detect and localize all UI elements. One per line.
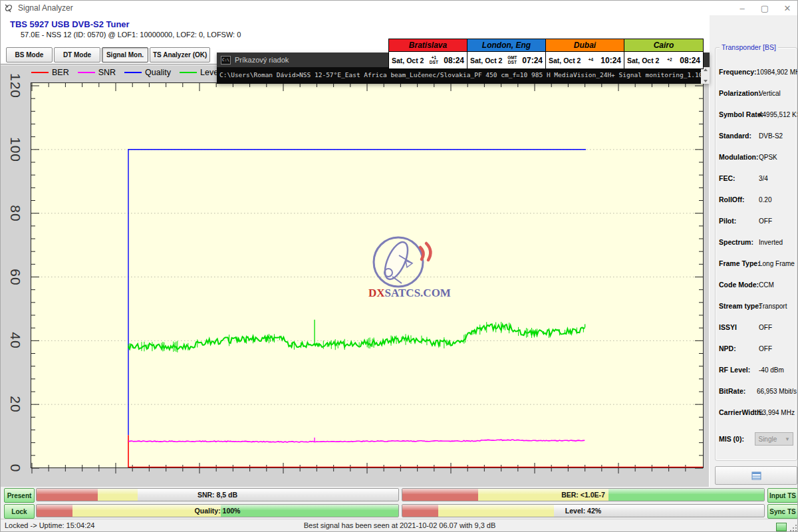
signal-indicator [776,523,787,531]
field-value: 66,953 Mbit/s [757,388,797,395]
transponder-row: Stream type: Transport [716,295,797,317]
title-bar[interactable]: Signal Analyzer – ▢ ✕ [1,1,798,15]
clock-time: 08:24 [680,56,700,65]
present-button[interactable]: Present [4,488,35,503]
lock-uptime-status: Locked -> Uptime: 15:04:24 [5,521,94,529]
snr-bar: SNR: 8,5 dB [36,488,399,501]
bar-label: SNR: 8,5 dB [37,489,398,501]
table-icon [751,471,761,480]
clock-cell: London, Eng Sat, Oct 2 GMTDST 07:24 [467,39,546,68]
field-label: CarrierWidth: [719,408,759,416]
field-label: Stream type: [719,302,759,310]
input-ts-button[interactable]: Input TS [767,488,798,503]
transponder-title: Transponder [BS] [720,43,778,51]
transponder-row: RollOff: 0.20 [716,189,797,210]
clock-cell: Dubai Sat, Oct 2 +4 10:24 [546,39,624,68]
transponder-row: Frame Type: Long Frame [716,253,797,274]
transponder-row: FEC: 3/4 [716,168,797,189]
signal-monitor-chart: BER SNR Quality Level [1,64,709,487]
clock-city: Dubai [546,39,624,52]
y-tick-label: 60 [7,269,23,285]
mode-button[interactable]: Signal Mon. [102,47,148,63]
resize-grip[interactable] [789,524,797,532]
y-tick-label: 120 [7,73,23,98]
cmd-scrollbar[interactable] [701,67,710,84]
y-tick-label: 20 [7,396,23,412]
app-icon [4,3,14,13]
field-label: Standard: [719,132,759,140]
transponder-row: Spectrum: Inverted [716,231,797,253]
transponder-row: Polarization: Vertical [716,82,797,104]
quality-bar: Quality: 100% [36,504,399,517]
transponder-row: ISSYI OFF [716,317,797,338]
field-value: CCM [759,281,774,289]
mis-select[interactable]: Single ▼ [755,432,793,446]
clock-date: Sat, Oct 2 [627,57,659,65]
clock-cell: Bratislava Sat, Oct 2 +1DST 08:24 [389,39,467,68]
clock-date: Sat, Oct 2 [549,57,581,65]
chart-canvas [31,82,704,468]
legend-item: SNR [78,68,116,77]
clock-city: London, Eng [467,39,545,52]
close-button[interactable]: ✕ [776,1,798,15]
transponder-groupbox: Transponder [BS] Frequency: 10984,902 MH… [715,47,797,461]
field-value: OFF [759,217,772,225]
field-value: Vertical [759,90,781,97]
chart-legend: BER SNR Quality Level [31,67,229,78]
mode-button[interactable]: BS Mode [6,47,53,63]
legend-swatch [180,72,197,73]
level-bar: Level: 42% [402,504,765,517]
transponder-row: Pilot: OFF [716,210,797,231]
transponder-row: RF Level: -40 dBm [716,359,797,380]
lock-button[interactable]: Lock [4,504,35,519]
transponder-sidebar: Transponder [BS] Frequency: 10984,902 MH… [710,15,798,487]
legend-swatch [31,72,49,73]
transponder-row: Code Mode: CCM [716,274,797,295]
legend-item: Quality [124,68,171,77]
mode-toolbar: BS ModeDT ModeSignal Mon.TS Analyzer (OK… [6,47,211,63]
field-value: 53,994 MHz [759,409,795,416]
best-signal-status: Best signal has been seen at 2021-10-02 … [267,521,533,529]
field-label: Polarization: [719,89,759,97]
y-tick-label: 0 [7,464,23,473]
field-value: -40 dBm [759,366,784,374]
mode-button[interactable]: TS Analyzer (OK) [150,47,210,63]
tuning-info: 57.0E - NSS 12 (ID: 0570) @ LOF1: 100000… [21,31,241,39]
field-label: BitRate: [719,387,757,395]
transponder-row: Symbol Rate: 44995,512 KS/s [716,104,797,125]
y-tick-label: 40 [7,332,23,349]
ts-list-button[interactable] [715,466,797,485]
field-label: NPD: [719,344,759,352]
maximize-button[interactable]: ▢ [753,1,776,15]
field-label: RollOff: [719,196,759,203]
field-value: QPSK [759,154,777,161]
field-label: Modulation: [719,153,759,161]
clock-date: Sat, Oct 2 [392,57,424,65]
minimize-button[interactable]: – [731,1,753,15]
field-label: Pilot: [719,217,759,225]
field-value: 3/4 [759,175,768,182]
legend-label: BER [52,68,69,77]
bar-label: Level: 42% [402,505,764,517]
field-value: 10984,902 MHz [757,68,798,76]
field-label: Code Mode: [719,281,759,289]
sync-ts-button[interactable]: Sync TS [767,504,798,519]
field-label: Frequency: [719,68,757,76]
mode-button[interactable]: DT Mode [54,47,100,63]
transponder-row: BitRate: 66,953 Mbit/s [716,380,797,402]
legend-swatch [124,72,142,73]
field-label: Frame Type: [719,259,759,267]
clock-offset: +4 [581,58,600,63]
field-value: OFF [759,324,772,331]
scroll-up-icon[interactable] [704,68,708,71]
cmd-output-line: C:\Users\Roman Dávid>NSS 12-57°E_East Af… [217,67,710,84]
scroll-down-icon[interactable] [704,80,708,82]
y-tick-label: 80 [7,205,23,221]
field-label: ISSYI [719,323,759,331]
ber-bar: BER: <1.0E-7 [402,488,765,501]
mis-row: MIS (0): Single ▼ [719,432,793,446]
device-title: TBS 5927 USB DVB-S2 Tuner [10,19,130,29]
bar-label: BER: <1.0E-7 [402,489,764,501]
transponder-row: Frequency: 10984,902 MHz [716,61,797,82]
field-value: Long Frame [759,260,795,267]
